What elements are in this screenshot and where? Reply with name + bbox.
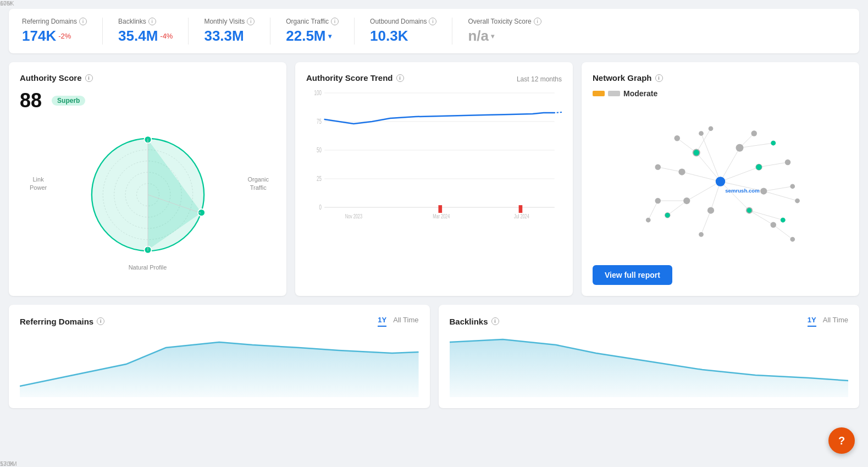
referring-domains-chart-info-icon[interactable]: i: [97, 317, 104, 325]
svg-line-47: [701, 211, 711, 235]
referring-domains-info-icon[interactable]: i: [79, 18, 87, 25]
backlinks-label: Backlinks: [118, 18, 146, 25]
svg-point-80: [665, 213, 670, 218]
svg-point-79: [747, 208, 752, 213]
svg-line-37: [701, 134, 721, 182]
svg-point-56: [751, 130, 758, 136]
svg-line-43: [764, 186, 793, 191]
radar-chart-svg: [71, 123, 225, 266]
authority-score-number: 88: [20, 89, 42, 112]
monthly-visits-value: 33.3M: [204, 28, 244, 45]
legend-block-gray: [608, 91, 620, 96]
svg-point-64: [699, 232, 704, 237]
svg-line-35: [687, 182, 720, 201]
backlinks-tab-1y[interactable]: 1Y: [808, 316, 816, 327]
backlinks-chart: [450, 331, 849, 397]
svg-text:Jul 2024: Jul 2024: [514, 213, 529, 220]
trend-info-icon[interactable]: i: [396, 74, 404, 82]
referring-domains-chart-title: Referring Domains: [20, 317, 93, 326]
middle-row: Authority Score i 88 Superb: [9, 62, 859, 296]
svg-line-33: [721, 182, 750, 211]
referring-domains-tab-alltime[interactable]: All Time: [393, 316, 418, 327]
svg-line-41: [740, 143, 773, 148]
referring-domains-change: -2%: [58, 32, 71, 40]
svg-text:Nov 2023: Nov 2023: [345, 213, 362, 220]
svg-point-66: [655, 198, 661, 204]
overall-toxicity-chevron[interactable]: ▾: [491, 32, 494, 40]
svg-line-51: [773, 225, 793, 239]
svg-point-70: [736, 144, 744, 152]
svg-point-83: [716, 177, 726, 186]
svg-point-72: [760, 188, 767, 194]
svg-point-78: [756, 164, 762, 171]
radar-label-organic-traffic: OrganicTraffic: [247, 175, 269, 193]
network-legend-label: Moderate: [623, 89, 657, 98]
backlinks-chart-info-icon[interactable]: i: [491, 317, 499, 325]
overall-toxicity-label: Overall Toxicity Score: [468, 18, 531, 25]
overall-toxicity-info-icon[interactable]: i: [534, 18, 541, 25]
svg-point-54: [709, 126, 714, 131]
svg-text:25: 25: [317, 175, 322, 182]
svg-point-76: [678, 168, 685, 175]
svg-line-30: [721, 148, 740, 182]
metric-referring-domains: Referring Domains i 174K -2%: [22, 18, 103, 45]
monthly-visits-info-icon[interactable]: i: [247, 18, 255, 25]
backlinks-svg: [450, 331, 849, 397]
authority-score-trend-card: Authority Score Trend i Last 12 months 1…: [295, 62, 573, 296]
trend-chart-svg: 100 75 50 25 0 Nov 2023 Mar 2024 Jul 202…: [306, 87, 562, 230]
backlinks-tab-alltime[interactable]: All Time: [823, 316, 848, 327]
svg-text:Mar 2024: Mar 2024: [433, 213, 450, 220]
bottom-row: Referring Domains i 1Y All Time 176K 170…: [9, 305, 859, 408]
backlinks-card: Backlinks i 1Y All Time 60M 53.9M: [439, 305, 860, 408]
view-full-report-button[interactable]: View full report: [593, 265, 672, 285]
network-legend: Moderate: [593, 89, 848, 98]
metric-backlinks: Backlinks i 35.4M -4%: [118, 18, 189, 45]
svg-line-36: [682, 172, 721, 182]
svg-point-82: [781, 218, 786, 223]
outbound-domains-info-icon[interactable]: i: [429, 18, 436, 25]
authority-score-info-icon[interactable]: i: [85, 74, 93, 82]
svg-line-31: [721, 167, 759, 182]
metric-monthly-visits: Monthly Visits i 33.3M: [204, 18, 270, 45]
backlinks-info-icon[interactable]: i: [148, 18, 156, 25]
svg-point-75: [683, 197, 690, 204]
svg-text:100: 100: [314, 89, 322, 96]
referring-domains-tab-1y[interactable]: 1Y: [378, 316, 386, 327]
svg-point-58: [785, 160, 791, 166]
svg-point-53: [675, 135, 681, 141]
organic-traffic-info-icon[interactable]: i: [331, 18, 339, 25]
svg-marker-86: [450, 339, 849, 397]
referring-domains-card: Referring Domains i 1Y All Time 176K 170…: [9, 305, 430, 408]
svg-point-60: [795, 199, 800, 204]
radar-label-natural-profile: Natural Profile: [129, 264, 167, 271]
svg-point-55: [699, 131, 704, 136]
svg-rect-28: [519, 205, 523, 213]
radar-chart-container: LinkPower OrganicTraffic Natural Profile: [20, 118, 275, 272]
referring-domains-value: 174K: [22, 28, 56, 45]
svg-point-59: [790, 184, 795, 189]
referring-domains-chart: [20, 331, 419, 397]
svg-text:semrush.com: semrush.com: [725, 188, 760, 194]
svg-line-48: [667, 201, 687, 215]
svg-line-29: [696, 153, 721, 182]
svg-point-81: [771, 141, 776, 146]
svg-point-74: [707, 207, 714, 213]
radar-label-link-power: LinkPower: [30, 175, 47, 193]
backlinks-chart-title: Backlinks: [450, 317, 488, 326]
network-graph-svg: semrush.com: [593, 105, 848, 259]
svg-point-68: [655, 164, 661, 171]
monthly-visits-label: Monthly Visits: [204, 18, 245, 25]
organic-traffic-chevron[interactable]: ▾: [328, 32, 331, 40]
network-graph-info-icon[interactable]: i: [655, 74, 663, 82]
metric-outbound-domains: Outbound Domains i 10.3K: [370, 18, 452, 45]
svg-marker-85: [20, 342, 419, 397]
backlinks-y-labels: 60M 53.9M: [0, 0, 21, 417]
outbound-domains-value: 10.3K: [370, 28, 408, 45]
referring-domains-svg: [20, 331, 419, 397]
authority-score-card: Authority Score i 88 Superb: [9, 62, 286, 296]
svg-rect-27: [438, 205, 442, 213]
authority-score-title: Authority Score: [20, 73, 82, 83]
svg-point-67: [646, 218, 651, 223]
svg-line-45: [749, 211, 773, 225]
backlinks-value: 35.4M: [118, 28, 158, 45]
